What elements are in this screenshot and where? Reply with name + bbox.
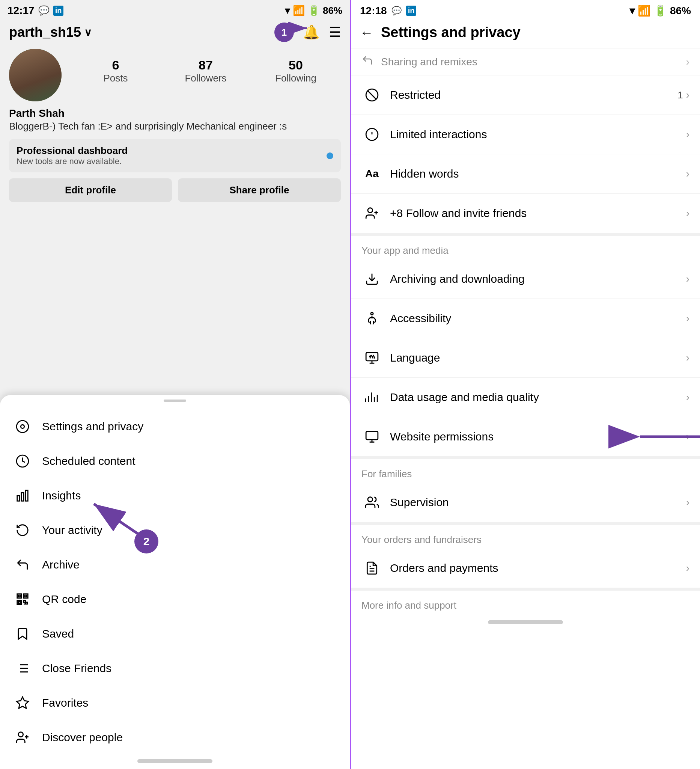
archiving-chevron: › <box>686 273 689 285</box>
activity-label: Your activity <box>42 524 103 537</box>
menu-item-closefriends[interactable]: Close Friends <box>0 651 350 685</box>
profile-info: Parth Shah BloggerB-) Tech fan :E> and s… <box>0 108 350 136</box>
follow-icon <box>361 203 382 224</box>
menu-item-insights[interactable]: Insights <box>0 478 350 513</box>
language-label: Language <box>390 351 686 364</box>
right-status-left: 12:18 💬 in <box>360 5 416 17</box>
archiving-item[interactable]: Archiving and downloading › <box>351 259 700 299</box>
limited-interactions-item[interactable]: Limited interactions › <box>351 115 700 154</box>
page-title: Settings and privacy <box>381 24 520 40</box>
follow-invite-item[interactable]: +8 Follow and invite friends › <box>351 194 700 236</box>
right-signal-icon: 📶 <box>638 5 651 17</box>
more-info-header: More info and support <box>351 590 700 614</box>
bottom-sheet: Settings and privacy Scheduled content I… <box>0 395 350 769</box>
profile-buttons: Edit profile Share profile <box>0 179 350 209</box>
professional-dashboard[interactable]: Professional dashboard New tools are now… <box>9 139 341 172</box>
svg-line-29 <box>368 91 376 99</box>
archive-label: Archive <box>42 558 80 571</box>
left-bluetooth-icon: 💬 <box>38 5 50 16</box>
favorites-label: Favorites <box>42 697 88 709</box>
language-item[interactable]: Language › <box>351 338 700 378</box>
svg-rect-47 <box>366 431 378 440</box>
accessibility-icon <box>361 308 382 329</box>
menu-item-discover[interactable]: Discover people <box>0 720 350 755</box>
right-status-bar: 12:18 💬 in ▾ 📶 🔋 86% <box>351 0 700 20</box>
avatar-image <box>9 49 61 101</box>
accessibility-label: Accessibility <box>390 312 686 325</box>
restricted-item[interactable]: Restricted 1 › <box>351 76 700 115</box>
svg-marker-20 <box>16 697 29 708</box>
battery-icon: 🔋 <box>308 5 320 16</box>
restricted-icon <box>361 84 382 106</box>
accessibility-chevron: › <box>686 312 689 324</box>
posts-label: Posts <box>103 72 128 84</box>
svg-rect-6 <box>21 493 24 501</box>
followers-stat: 87 Followers <box>161 58 251 84</box>
following-count: 50 <box>289 58 303 72</box>
scheduled-label: Scheduled content <box>42 455 135 468</box>
follow-label: +8 Follow and invite friends <box>390 207 686 220</box>
dashboard-subtitle: New tools are now available. <box>16 156 128 166</box>
left-time: 12:17 <box>8 5 35 16</box>
header-icons: 1 🔔 ☰ <box>275 23 341 42</box>
website-icon <box>361 426 382 447</box>
svg-rect-5 <box>17 496 19 501</box>
avatar <box>9 49 61 101</box>
menu-item-qr[interactable]: QR code <box>0 582 350 616</box>
orders-payments-item[interactable]: Orders and payments › <box>351 549 700 590</box>
menu-icon[interactable]: ☰ <box>329 24 341 40</box>
left-panel: 12:17 💬 in ▾ 📶 🔋 86% parth_sh15 ∨ 1 <box>0 0 350 769</box>
closefriends-label: Close Friends <box>42 662 111 675</box>
profile-bio: BloggerB-) Tech fan :E> and surprisingly… <box>9 119 341 133</box>
svg-point-21 <box>18 732 23 737</box>
limited-chevron: › <box>686 129 689 140</box>
signal-icon: 📶 <box>293 5 305 16</box>
hidden-words-item[interactable]: Aa Hidden words › <box>351 154 700 194</box>
hidden-chevron: › <box>686 168 689 180</box>
hidden-words-label: Hidden words <box>390 167 686 180</box>
following-label: Following <box>275 72 316 84</box>
supervision-icon <box>361 492 382 513</box>
website-permissions-item[interactable]: Website permissions › <box>351 417 700 459</box>
saved-icon <box>13 625 32 643</box>
right-status-right: ▾ 📶 🔋 86% <box>629 5 691 17</box>
bottom-bar <box>137 759 212 763</box>
dashboard-text: Professional dashboard New tools are now… <box>16 145 128 166</box>
sharing-label: Sharing and remixes <box>381 56 477 68</box>
username-row[interactable]: parth_sh15 ∨ <box>9 24 92 40</box>
menu-item-scheduled[interactable]: Scheduled content <box>0 444 350 478</box>
hidden-words-icon: Aa <box>361 163 382 184</box>
website-chevron: › <box>686 431 689 443</box>
profile-name: Parth Shah <box>9 108 341 119</box>
accessibility-item[interactable]: Accessibility › <box>351 299 700 338</box>
sharing-remixes-item[interactable]: Sharing and remixes › <box>351 48 700 76</box>
app-media-header: Your app and media <box>351 236 700 259</box>
svg-point-50 <box>368 497 373 502</box>
qr-icon <box>13 590 32 608</box>
menu-item-activity[interactable]: Your activity <box>0 513 350 547</box>
supervision-chevron: › <box>686 496 689 508</box>
menu-item-saved[interactable]: Saved <box>0 616 350 651</box>
back-button[interactable]: ← <box>360 25 374 40</box>
right-bottom-bar <box>488 620 563 624</box>
supervision-item[interactable]: Supervision › <box>351 483 700 525</box>
edit-profile-button[interactable]: Edit profile <box>9 179 172 202</box>
archiving-icon <box>361 269 382 290</box>
sharing-icon <box>361 55 374 69</box>
svg-rect-8 <box>17 594 21 598</box>
closefriends-icon <box>13 660 32 677</box>
favorites-icon <box>13 694 32 712</box>
svg-point-37 <box>371 312 373 315</box>
arrow1-svg <box>284 21 318 36</box>
profile-section: 6 Posts 87 Followers 50 Following <box>0 45 350 108</box>
menu-item-favorites[interactable]: Favorites <box>0 685 350 720</box>
followers-count: 87 <box>199 58 213 72</box>
menu-item-settings[interactable]: Settings and privacy <box>0 409 350 444</box>
datausage-item[interactable]: Data usage and media quality › <box>351 378 700 417</box>
share-profile-button[interactable]: Share profile <box>178 179 341 202</box>
menu-item-archive[interactable]: Archive <box>0 547 350 582</box>
svg-point-2 <box>16 420 29 433</box>
orders-chevron: › <box>686 562 689 574</box>
discover-icon <box>13 729 32 746</box>
sheet-handle <box>164 399 186 402</box>
